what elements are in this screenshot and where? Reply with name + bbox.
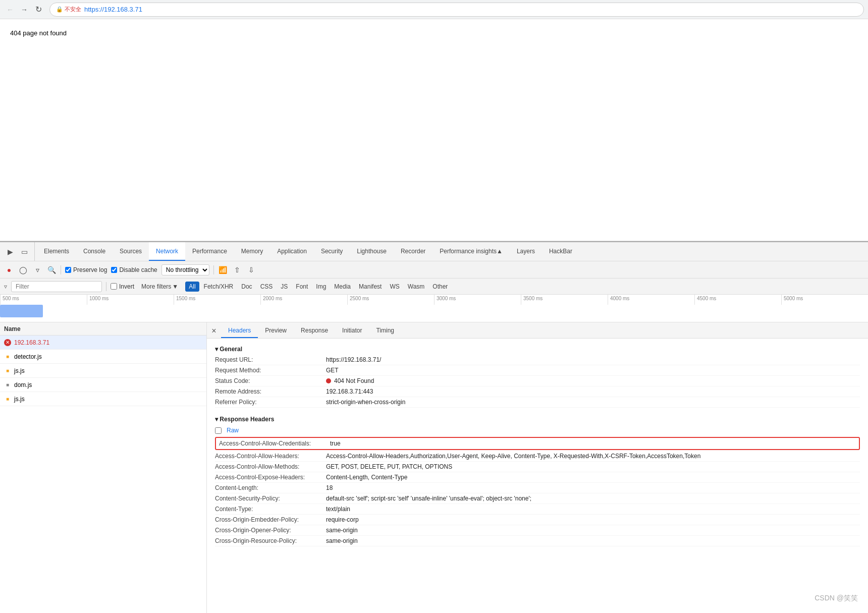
invert-label[interactable]: Invert (111, 283, 134, 290)
refresh-button[interactable]: ↻ (32, 4, 44, 16)
request-url-row: Request URL: https://192.168.3.71/ (215, 355, 860, 365)
request-item-js1[interactable]: ■ js.js (0, 364, 206, 378)
tab-application[interactable]: Application (270, 242, 314, 261)
filter-row: ▿ Invert More filters ▼ All Fetch/XHR Do… (0, 278, 868, 295)
request-name: dom.js (14, 381, 32, 388)
request-item-detector[interactable]: ■ detector.js (0, 350, 206, 364)
status-dot (326, 378, 331, 383)
throttle-dropdown[interactable]: No throttling (161, 264, 209, 275)
invert-checkbox[interactable] (111, 283, 117, 290)
request-item-192[interactable]: ✕ 192.168.3.71 (0, 336, 206, 350)
request-name: js.js (14, 367, 25, 374)
more-filters-button[interactable]: More filters ▼ (138, 282, 181, 291)
filter-chip-img[interactable]: Img (312, 282, 330, 292)
tick-500: 500 ms (0, 295, 87, 305)
tab-performance[interactable]: Performance (185, 242, 234, 261)
tab-recorder[interactable]: Recorder (394, 242, 432, 261)
tab-sources[interactable]: Sources (113, 242, 149, 261)
timeline: 500 ms 1000 ms 1500 ms 2000 ms 2500 ms 3… (0, 295, 868, 322)
filter-chip-manifest[interactable]: Manifest (355, 282, 385, 292)
tab-layers[interactable]: Layers (510, 242, 542, 261)
request-item-dom[interactable]: ■ dom.js (0, 378, 206, 392)
clear-button[interactable]: ◯ (18, 265, 28, 275)
raw-button[interactable]: Raw (227, 427, 239, 434)
nav-buttons: ← → ↻ (4, 4, 44, 16)
request-method-row: Request Method: GET (215, 365, 860, 376)
request-name: detector.js (14, 353, 42, 360)
tab-performance-insights[interactable]: Performance insights ▲ (432, 242, 510, 261)
chevron-down-icon: ▼ (172, 283, 178, 290)
back-button[interactable]: ← (4, 4, 16, 16)
search-button[interactable]: 🔍 (46, 265, 57, 275)
request-list: Name ✕ 192.168.3.71 ■ detector.js ■ js.j… (0, 322, 207, 613)
devtools-tab-bar: ▶ ▭ Elements Console Sources Network Per… (0, 242, 868, 261)
filter-toggle-button[interactable]: ▿ (32, 265, 42, 275)
request-item-js2[interactable]: ■ js.js (0, 392, 206, 406)
filter-chip-js[interactable]: JS (277, 282, 291, 292)
tick-2500: 2500 ms (347, 295, 434, 305)
details-tab-headers[interactable]: Headers (221, 324, 258, 338)
tab-lighthouse[interactable]: Lighthouse (350, 242, 394, 261)
acam-row: Access-Control-Allow-Methods: GET, POST,… (215, 462, 860, 472)
details-tabs: × Headers Preview Response Initiator Tim… (207, 322, 868, 339)
tick-3500: 3500 ms (521, 295, 608, 305)
upload-icon[interactable]: ⇧ (232, 265, 242, 275)
js-icon: ■ (4, 353, 11, 360)
acaeh-row: Access-Control-Expose-Headers: Content-L… (215, 472, 860, 483)
filter-chip-wasm[interactable]: Wasm (404, 282, 428, 292)
filter-input[interactable] (11, 281, 102, 292)
forward-button[interactable]: → (18, 4, 30, 16)
tick-2000: 2000 ms (260, 295, 347, 305)
preserve-log-label[interactable]: Preserve log (65, 266, 107, 273)
security-label: 不安全 (65, 6, 81, 13)
record-button[interactable]: ● (4, 265, 14, 275)
error-icon: ✕ (4, 339, 11, 346)
throttle-select[interactable]: No throttling (161, 264, 209, 275)
details-tab-response[interactable]: Response (294, 324, 335, 338)
preserve-log-checkbox[interactable] (65, 267, 71, 273)
response-headers-checkbox[interactable] (215, 427, 222, 434)
tick-4500: 4500 ms (694, 295, 781, 305)
details-tab-preview[interactable]: Preview (258, 324, 294, 338)
request-name: js.js (14, 396, 25, 403)
filter-chip-other[interactable]: Other (429, 282, 451, 292)
device-icon[interactable]: ▭ (18, 246, 30, 258)
filter-chip-css[interactable]: CSS (257, 282, 277, 292)
details-tab-initiator[interactable]: Initiator (335, 324, 369, 338)
url-text: https://192.168.3.71 (84, 6, 142, 13)
inspect-icon[interactable]: ▶ (4, 246, 16, 258)
js-icon: ■ (4, 367, 11, 374)
address-bar[interactable]: 🔒 不安全 https://192.168.3.71 (49, 3, 864, 17)
coop-row: Cross-Origin-Opener-Policy: same-origin (215, 525, 860, 536)
tab-network[interactable]: Network (149, 242, 185, 261)
details-tab-timing[interactable]: Timing (369, 324, 401, 338)
remote-address-row: Remote Address: 192.168.3.71:443 (215, 386, 860, 397)
tab-security[interactable]: Security (314, 242, 350, 261)
tick-1000: 1000 ms (87, 295, 174, 305)
download-icon[interactable]: ⇩ (246, 265, 256, 275)
network-main: Name ✕ 192.168.3.71 ■ detector.js ■ js.j… (0, 322, 868, 613)
filter-chip-ws[interactable]: WS (386, 282, 403, 292)
filter-chip-fetchxhr[interactable]: Fetch/XHR (200, 282, 237, 292)
tick-3000: 3000 ms (434, 295, 521, 305)
disable-cache-checkbox[interactable] (111, 267, 117, 273)
devtools-icon-area: ▶ ▭ (2, 242, 35, 261)
tick-4000: 4000 ms (608, 295, 694, 305)
divider-1 (61, 265, 61, 274)
tab-console[interactable]: Console (76, 242, 113, 261)
filter-chip-font[interactable]: Font (292, 282, 311, 292)
content-type-row: Content-Type: text/plain (215, 504, 860, 515)
acah-row: Access-Control-Allow-Headers: Access-Con… (215, 451, 860, 462)
disable-cache-label[interactable]: Disable cache (111, 266, 157, 273)
tab-hackbar[interactable]: HackBar (542, 242, 579, 261)
filter-chip-all[interactable]: All (185, 282, 199, 292)
filter-chip-media[interactable]: Media (331, 282, 354, 292)
close-details-button[interactable]: × (207, 324, 221, 338)
tab-memory[interactable]: Memory (234, 242, 270, 261)
wifi-icon[interactable]: 📶 (218, 265, 228, 275)
page-404-text: 404 page not found (10, 29, 858, 37)
lock-icon: 🔒 (56, 6, 63, 13)
dom-icon: ■ (4, 381, 11, 388)
tab-elements[interactable]: Elements (37, 242, 76, 261)
filter-chip-doc[interactable]: Doc (238, 282, 255, 292)
